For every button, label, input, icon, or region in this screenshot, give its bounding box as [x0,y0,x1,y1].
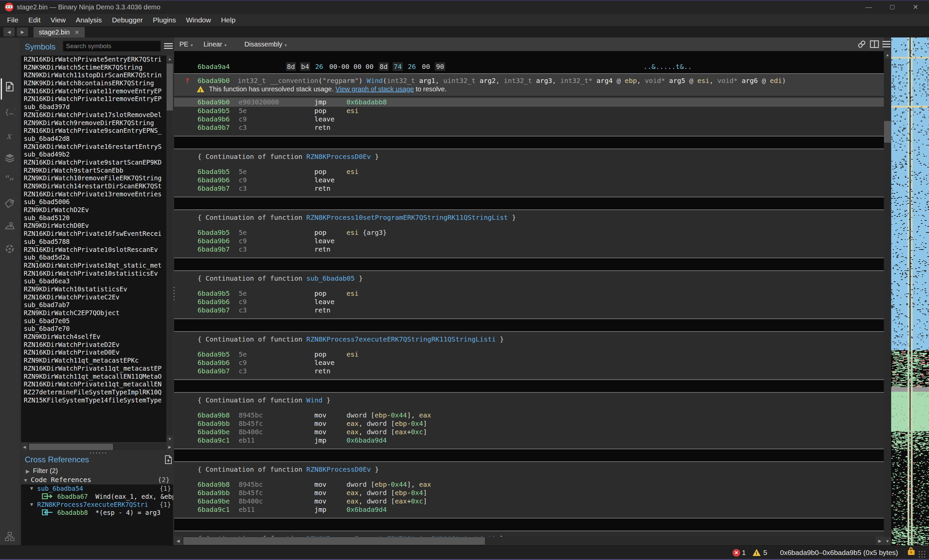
symbol-list-item[interactable]: RZN16KDirWatchPrivate13removeEntries [21,190,173,198]
operands[interactable]: esi [346,107,359,115]
address[interactable]: 6bada9b7 [198,184,230,193]
hex-byte-row[interactable]: 6bada9a48d b4 26 00-00 00 00 8d 74 26 00… [174,63,884,71]
symbol-list-item[interactable]: RZN16KDirWatchPrivate17slotRemoveDel [21,111,173,119]
operands[interactable]: dword [ebp-0x44], eax [346,411,431,419]
address[interactable]: 6bada9b0 [198,98,230,107]
mnemonic[interactable]: leave [314,115,334,124]
symbol-list-item[interactable]: RZN9KDirWatch11stopDirScanERK7QStrin [21,71,173,79]
instruction-row[interactable]: 6bada9b55epopesi [174,350,884,359]
xref-address[interactable]: 6badabb8 [57,508,88,517]
mnemonic[interactable]: jmp [314,98,327,107]
address[interactable]: 6bada9b0 [198,77,230,85]
address[interactable]: 6bada9be [198,428,230,436]
mnemonic[interactable]: leave [314,359,334,367]
mnemonic[interactable]: mov [314,497,327,505]
scroll-down-icon[interactable]: ▼ [884,537,891,545]
operands[interactable]: 0x6badabb8 [346,98,387,107]
format-selector[interactable]: PE▾ [179,37,193,51]
symbols-icon[interactable]: # [5,81,15,92]
symbol-list-item[interactable]: RZN9KDirWatch10removeFileERK7QString [21,174,173,182]
symbols-hscrollbar[interactable]: ◀ ▶ [21,444,173,450]
operands[interactable]: eax, dword [ebp-0x4] [346,419,427,428]
mnemonic[interactable]: pop [314,350,327,359]
function-signature-row[interactable]: ?6bada9b0int32_t __convention("regparm")… [174,77,884,85]
symbol-list-item[interactable]: RZN9KDirWatch14restartDirScanERK7QSt [21,182,173,190]
instruction-row[interactable]: 6bada9b55epopesi [174,289,884,298]
resize-grip[interactable] [918,550,926,558]
operands[interactable]: dword [ebp-0x44], eax [346,480,431,489]
mnemonic[interactable]: pop [314,228,327,237]
xref-function-row[interactable]: ▼sub_6badba54{1} [21,484,173,493]
xref-reference-row[interactable]: 6badabb8*(esp - 4) = arg3 [21,508,173,517]
instruction-row[interactable]: 6bada9c1eb11jmp0x6bada9d4 [174,505,884,514]
address[interactable]: 6bada9b6 [198,176,230,184]
mnemonic[interactable]: mov [314,428,327,436]
xref-function-row[interactable]: ▼RZN8KProcess7executeERK7QStri{1} [21,500,173,508]
mnemonic[interactable]: pop [314,289,327,298]
mnemonic[interactable]: mov [314,489,327,497]
menu-item-file[interactable]: File [2,16,23,24]
find-target-icon[interactable] [5,243,15,254]
address[interactable]: 6bada9c1 [198,436,230,445]
mnemonic[interactable]: leave [314,176,334,184]
mnemonic[interactable]: retn [314,245,330,254]
menu-item-view[interactable]: View [46,16,71,24]
mnemonic[interactable]: pop [314,168,327,176]
instruction-row[interactable]: 6bada9b7c3retn [174,124,884,132]
symbol-list-item[interactable]: RZN9KDirWatch9startScanEbb [21,167,173,174]
symbol-list-item[interactable]: RZN9KDirWatch10statisticsEv [21,285,173,294]
lock-icon[interactable] [908,550,915,555]
symbol-list-item[interactable]: RZN16KDirWatchPrivateD2Ev [21,341,173,349]
operands[interactable]: esi [346,289,359,298]
view-options-menu-icon[interactable] [882,40,891,49]
symbol-list-item[interactable]: RZN16KDirWatchPrivate5entryERK7QStri [21,55,173,64]
symbol-list-item[interactable]: sub_6bad7e05 [21,317,173,325]
menu-item-help[interactable]: Help [216,16,241,24]
symbols-hscrollbar-thumb[interactable] [29,444,113,450]
instruction-row[interactable]: 6bada9b7c3retn [174,367,884,375]
instruction-row[interactable]: 6bada9b6c9leave [174,115,884,124]
operands[interactable]: 0x6bada9d4 [346,436,387,445]
address[interactable]: 6bada9b5 [198,350,230,359]
mnemonic[interactable]: retn [314,184,330,193]
symbol-list-item[interactable]: RZN16KDirWatchPrivate9startScanEP9KD [21,159,173,167]
symbol-list-item[interactable]: sub_6bad5120 [21,214,173,222]
selected-instruction-row[interactable]: 6bada9b0e903020000jmp0x6badabb8 [174,98,884,107]
symbol-list-item[interactable]: RZN9KDirWatch9removeDirERK7QString [21,119,173,127]
symbol-list-item[interactable]: RZN16KDirWatchPrivate18qt_static_met [21,262,173,269]
symbol-list-item[interactable]: sub_6bad397d [21,103,173,111]
split-view-icon[interactable] [870,40,879,49]
address[interactable]: 6bada9bb [198,419,230,428]
tab-nav-back-button[interactable]: ◀ [3,28,15,37]
symbol-list-item[interactable]: RZN15KFileSystemType14fileSystemType [21,396,173,404]
xref-reference-row[interactable]: 6badba67Wind(eax_1, edx, &ebp [21,493,173,500]
menu-item-edit[interactable]: Edit [23,16,46,24]
operands[interactable]: eax, dword [eax+0xc] [346,497,427,505]
symbol-list-item[interactable]: RZN16KDirWatchPrivate11qt_metacallEN [21,380,173,389]
address[interactable]: 6bada9a4 [198,63,230,71]
scroll-right-icon[interactable]: ▶ [166,444,173,450]
address[interactable]: 6bada9b8 [198,411,230,419]
instruction-row[interactable]: 6bada9be8b400cmoveax, dword [eax+0xc] [174,428,884,436]
address[interactable]: 6bada9b5 [198,107,230,115]
function-name[interactable]: RZN8KProcessD0Ev [306,153,371,161]
function-name[interactable]: RZN8KProcessD0Ev [306,465,371,473]
new-pane-icon[interactable] [164,455,173,466]
menu-item-plugins[interactable]: Plugins [148,16,181,24]
symbol-list-item[interactable]: RZN9KDirWatchD2Ev [21,206,173,214]
disassembly-view[interactable]: 6bada9a48d b4 26 00-00 00 00 8d 74 26 00… [174,51,884,537]
mnemonic[interactable]: pop [314,107,327,115]
close-window-button[interactable]: ✕ [908,2,923,12]
address[interactable]: 6bada9b5 [198,289,230,298]
scroll-left-icon[interactable]: ◀ [174,537,182,545]
instruction-row[interactable]: 6bada9b55epopesi {arg3} [174,228,884,237]
address[interactable]: 6bada9b7 [198,367,230,375]
mnemonic[interactable]: jmp [314,505,327,514]
symbol-list-item[interactable]: RZN9KDirWatch11qt_metacallEN11QMetaO [21,373,173,381]
symbol-list-item[interactable]: RZN9KDirWatchC2EP7QObject [21,309,173,317]
symbol-list-item[interactable]: RZ27determineFileSystemTypeImplRK10Q [21,389,173,396]
mnemonic[interactable]: mov [314,480,327,489]
instruction-row[interactable]: 6bada9b7c3retn [174,184,884,193]
warning-triangle-icon[interactable] [753,549,760,556]
address[interactable]: 6bada9b7 [198,306,230,314]
